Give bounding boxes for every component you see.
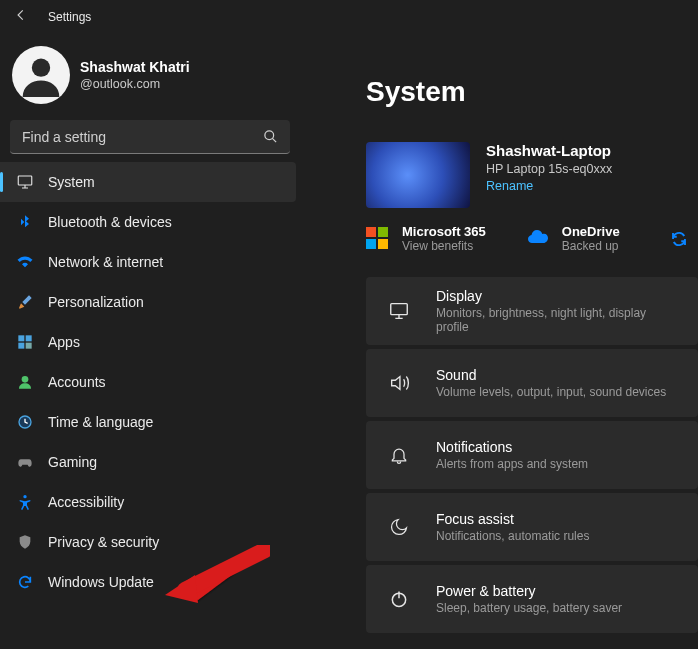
card-sub: Sleep, battery usage, battery saver — [436, 601, 622, 615]
svg-rect-5 — [18, 343, 24, 349]
account-sub: Backed up — [562, 239, 620, 253]
game-icon — [16, 453, 34, 471]
page-title: System — [366, 76, 698, 108]
clock-icon — [16, 413, 34, 431]
setting-notifications[interactable]: NotificationsAlerts from apps and system — [366, 421, 698, 489]
search-input[interactable] — [22, 129, 263, 145]
display-icon — [388, 300, 410, 322]
account-onedrive[interactable]: OneDrive Backed up — [526, 224, 620, 253]
update-icon — [16, 573, 34, 591]
svg-rect-6 — [26, 343, 32, 349]
account-sub: View benefits — [402, 239, 486, 253]
device-thumbnail — [366, 142, 470, 208]
card-sub: Alerts from apps and system — [436, 457, 588, 471]
power-icon — [388, 588, 410, 610]
sidebar-item-label: Network & internet — [48, 254, 163, 270]
setting-sound[interactable]: SoundVolume levels, output, input, sound… — [366, 349, 698, 417]
sidebar-item-accounts[interactable]: Accounts — [4, 362, 296, 402]
sidebar-nav: System Bluetooth & devices Network & int… — [0, 162, 300, 602]
setting-power-battery[interactable]: Power & batterySleep, battery usage, bat… — [366, 565, 698, 633]
sidebar-item-network[interactable]: Network & internet — [4, 242, 296, 282]
card-title: Focus assist — [436, 511, 589, 527]
svg-point-1 — [265, 131, 274, 140]
sidebar-item-gaming[interactable]: Gaming — [4, 442, 296, 482]
bluetooth-icon — [16, 213, 34, 231]
device-model: HP Laptop 15s-eq0xxx — [486, 162, 612, 176]
card-title: Power & battery — [436, 583, 622, 599]
account-title: Microsoft 365 — [402, 224, 486, 239]
card-sub: Notifications, automatic rules — [436, 529, 589, 543]
svg-rect-10 — [391, 304, 408, 315]
sidebar-item-label: Apps — [48, 334, 80, 350]
setting-focus-assist[interactable]: Focus assistNotifications, automatic rul… — [366, 493, 698, 561]
sidebar-item-label: Accounts — [48, 374, 106, 390]
svg-point-0 — [32, 59, 50, 77]
setting-display[interactable]: DisplayMonitors, brightness, night light… — [366, 277, 698, 345]
device-name: Shashwat-Laptop — [486, 142, 612, 159]
shield-icon — [16, 533, 34, 551]
wifi-icon — [16, 253, 34, 271]
settings-list: DisplayMonitors, brightness, night light… — [366, 277, 698, 633]
window-title: Settings — [48, 10, 91, 24]
svg-rect-4 — [26, 335, 32, 341]
brush-icon — [16, 293, 34, 311]
sidebar-item-apps[interactable]: Apps — [4, 322, 296, 362]
rename-link[interactable]: Rename — [486, 179, 612, 193]
sidebar-item-label: Windows Update — [48, 574, 154, 590]
accessibility-icon — [16, 493, 34, 511]
sidebar-item-system[interactable]: System — [0, 162, 296, 202]
svg-point-7 — [22, 376, 29, 383]
sidebar-item-label: System — [48, 174, 95, 190]
card-title: Display — [436, 288, 676, 304]
profile-block[interactable]: Shashwat Khatri @outlook.com — [0, 30, 300, 114]
sidebar-item-label: Privacy & security — [48, 534, 159, 550]
sidebar-item-label: Accessibility — [48, 494, 124, 510]
account-title: OneDrive — [562, 224, 620, 239]
sidebar-item-label: Bluetooth & devices — [48, 214, 172, 230]
back-icon[interactable] — [14, 8, 28, 26]
sound-icon — [388, 372, 410, 394]
card-sub: Volume levels, output, input, sound devi… — [436, 385, 666, 399]
card-title: Sound — [436, 367, 666, 383]
search-box[interactable] — [10, 120, 290, 154]
account-icon — [16, 373, 34, 391]
device-block: Shashwat-Laptop HP Laptop 15s-eq0xxx Ren… — [366, 142, 698, 208]
microsoft-logo-icon — [366, 227, 390, 251]
sidebar-item-time-language[interactable]: Time & language — [4, 402, 296, 442]
bell-icon — [388, 444, 410, 466]
sidebar-item-label: Gaming — [48, 454, 97, 470]
moon-icon — [388, 516, 410, 538]
sync-icon[interactable] — [670, 230, 688, 248]
search-icon — [263, 129, 278, 144]
sidebar-item-label: Time & language — [48, 414, 153, 430]
svg-rect-2 — [18, 176, 32, 185]
sidebar-item-privacy[interactable]: Privacy & security — [4, 522, 296, 562]
apps-icon — [16, 333, 34, 351]
sidebar-item-personalization[interactable]: Personalization — [4, 282, 296, 322]
avatar — [12, 46, 70, 104]
system-icon — [16, 173, 34, 191]
sidebar-item-bluetooth[interactable]: Bluetooth & devices — [4, 202, 296, 242]
svg-point-9 — [23, 495, 26, 498]
account-microsoft365[interactable]: Microsoft 365 View benefits — [366, 224, 486, 253]
sidebar-item-accessibility[interactable]: Accessibility — [4, 482, 296, 522]
profile-email: @outlook.com — [80, 77, 190, 91]
svg-rect-3 — [18, 335, 24, 341]
profile-name: Shashwat Khatri — [80, 59, 190, 75]
onedrive-icon — [526, 227, 550, 251]
card-title: Notifications — [436, 439, 588, 455]
sidebar-item-windows-update[interactable]: Windows Update — [4, 562, 296, 602]
accounts-row: Microsoft 365 View benefits OneDrive Bac… — [366, 224, 698, 253]
sidebar-item-label: Personalization — [48, 294, 144, 310]
card-sub: Monitors, brightness, night light, displ… — [436, 306, 676, 334]
